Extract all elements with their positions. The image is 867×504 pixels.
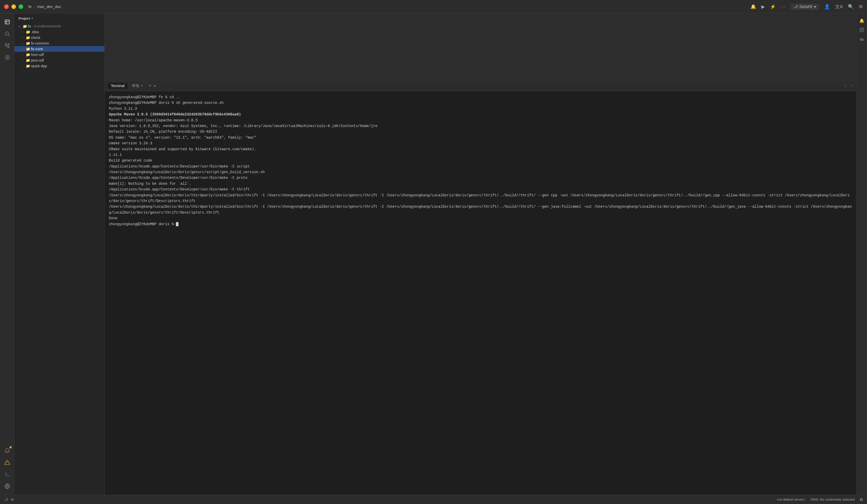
terminal-line: /Applications/Xcode.app/Contents/Develop… [109,175,852,180]
user-icon[interactable]: 👤 [824,4,830,10]
folder-icon: 📁 [26,47,31,51]
close-button[interactable] [4,4,9,9]
tree-item-idea[interactable]: › 📁 .idea [14,29,105,35]
tab-terminal[interactable]: Terminal [108,83,128,89]
item-label: spark-dpp [31,64,47,68]
svg-point-16 [860,28,864,29]
add-tab-icon[interactable]: + [147,83,153,89]
main-layout: Project ▾ ▾ 📁 fe ~/LocalDoris/doris/fe ›… [0,13,867,495]
titlebar: fe › mac_dev_doc 🔔 ▶ ⚡ ⋯ ⎇ DorisFE ▾ 👤 文… [0,0,867,13]
sidebar-plugins-icon[interactable] [2,481,13,492]
item-label: java-udf [31,58,44,62]
terminal-line: Java version: 1.8.0_352, vendor: Azul Sy… [109,123,852,129]
minimize-button[interactable] [11,4,16,9]
right-notification-icon[interactable]: 🔔 [858,17,866,25]
right-panel: Terminal 本地 ✕ + ▾ ⋮ − zhongyongkang@ZYKd… [105,13,856,495]
status-bar: ⎇ fe <no default server> AWS: No credent… [0,495,867,504]
expand-arrow: › [22,48,26,51]
status-branch-icon: ⎇ [4,497,8,502]
status-bar-left: ⎇ fe [4,497,14,502]
item-label: fe-common [31,41,49,45]
tree-item-spark-dpp[interactable]: › 📁 spark-dpp [14,63,105,69]
folder-icon: 📁 [26,58,31,62]
sidebar-notifications-icon[interactable] [2,445,13,456]
folder-icon: 📁 [26,41,31,45]
settings-icon[interactable]: ⚙ [859,4,863,10]
folder-icon: 📁 [26,64,31,68]
right-database-icon[interactable] [858,26,866,34]
status-server: <no default server> [777,497,805,502]
terminal-tabs: Terminal 本地 ✕ + ▾ ⋮ − [105,80,856,91]
search-icon[interactable]: 🔍 [848,4,854,10]
sidebar-header[interactable]: Project ▾ [14,13,105,23]
terminal-line: Default locale: zh_CN, platform encoding… [109,129,852,134]
tree-item-hive-udf[interactable]: › 📁 hive-udf [14,52,105,57]
sidebar: Project ▾ ▾ 📁 fe ~/LocalDoris/doris/fe ›… [14,13,105,495]
item-label: hive-udf [31,53,44,57]
tab-close-icon[interactable]: ✕ [141,84,143,88]
sidebar-vcs-icon[interactable] [2,40,13,51]
tree-item-fe-common[interactable]: › 📁 fe-common [14,41,105,46]
expand-arrow: › [22,65,26,67]
terminal-line: Python 3.11.3 [109,106,852,112]
branch-name: DorisFE [800,4,813,9]
svg-point-6 [8,46,9,48]
terminal-line: OS name: "mac os x", version: "13.1", ar… [109,135,852,140]
terminal-minimize-icon[interactable]: − [851,84,853,88]
more-icon[interactable]: ⋯ [781,4,785,10]
tree-root-fe[interactable]: ▾ 📁 fe ~/LocalDoris/doris/fe [14,23,105,29]
terminal-settings-icon[interactable]: ⋮ [844,83,848,88]
translate-icon[interactable]: 文A [835,3,843,10]
item-label: fe-core [31,47,43,51]
terminal-line: Build generated code [109,158,852,163]
tab-terminal-label: Terminal [111,84,125,88]
terminal-content[interactable]: zhongyongkang@ZYKdeMBP fe % cd ..zhongyo… [105,91,856,495]
terminal-line: Maven home: /usr/local/apache-maven-3.8.… [109,118,852,123]
folder-icon: 📁 [23,24,28,28]
tree-item-check[interactable]: › 📁 check [14,35,105,41]
notification-icon[interactable]: 🔔 [750,4,756,10]
right-icon-bar: 🔔 m [856,13,867,495]
tree-item-java-udf[interactable]: › 📁 java-udf [14,57,105,63]
sidebar-chevron: ▾ [31,17,33,20]
expand-arrow: › [22,59,26,62]
sidebar-terminal-icon[interactable] [2,469,13,480]
app-name: fe [28,4,32,9]
terminal-cursor [176,222,179,226]
terminal-line: zhongyongkang@ZYKdeMBP doris % sh genera… [109,100,852,106]
play-icon[interactable]: ▶ [761,4,765,10]
debug-icon[interactable]: ⚡ [770,4,776,10]
expand-arrow: › [22,42,26,45]
expand-arrow: › [22,53,26,56]
terminal-area: Terminal 本地 ✕ + ▾ ⋮ − zhongyongkang@ZYKd… [105,80,856,495]
tab-chevron-icon[interactable]: ▾ [154,84,156,88]
svg-point-7 [8,44,9,45]
tab-local[interactable]: 本地 ✕ [129,83,146,89]
svg-line-4 [8,35,10,36]
project-label: Project [19,17,30,20]
sidebar-files-icon[interactable] [2,17,13,27]
right-m-icon[interactable]: m [858,35,866,43]
expand-arrow: › [22,31,26,33]
terminal-tabs-right: ⋮ − [844,83,853,88]
svg-point-5 [5,44,7,45]
terminal-line: /Users/zhongyongkang/LocalDoris/doris/ge… [109,169,852,175]
editor-area [105,13,856,80]
sidebar-search-icon[interactable] [2,28,13,39]
terminal-line: zhongyongkang@ZYKdeMBP fe % cd .. [109,94,852,100]
status-branch: fe [11,497,14,502]
terminal-line: Done [109,216,852,221]
traffic-lights [4,4,23,9]
branch-selector[interactable]: ⎇ DorisFE ▾ [791,3,819,10]
status-aws: AWS: No credentials selected [811,497,855,502]
tree-item-fe-core[interactable]: › 📁 fe-core [14,46,105,52]
folder-icon: 📁 [26,35,31,40]
sidebar-run-icon[interactable] [2,52,13,63]
status-g-icon[interactable]: G [860,497,863,502]
folder-icon: 📁 [26,53,31,57]
left-icon-bar [0,13,14,495]
maximize-button[interactable] [19,4,23,9]
tab-local-label: 本地 [132,84,139,88]
root-fe-label: fe [28,24,31,28]
sidebar-warning-icon[interactable] [2,457,13,468]
